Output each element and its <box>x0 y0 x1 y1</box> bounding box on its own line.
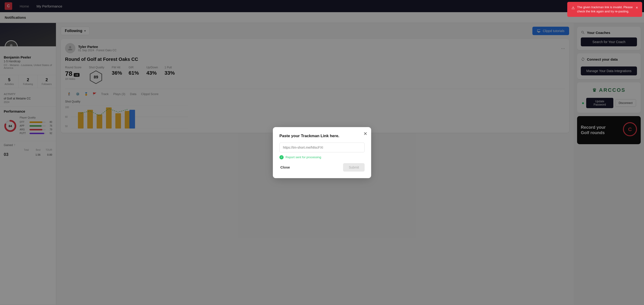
modal-title: Paste your Trackman Link here. <box>280 134 364 138</box>
modal-footer: Close Submit <box>280 163 364 172</box>
modal-success-text: Report sent for processing <box>286 156 321 159</box>
error-toast: ⚠ The given trackman link is invalid. Pl… <box>567 2 642 17</box>
toast-close-button[interactable]: × <box>636 5 638 10</box>
trackman-link-input[interactable] <box>280 142 364 152</box>
trackman-modal: ✕ Paste your Trackman Link here. ✓ Repor… <box>273 127 371 178</box>
modal-close-x-button[interactable]: ✕ <box>364 131 368 136</box>
modal-submit-button[interactable]: Submit <box>343 163 364 172</box>
toast-warning-icon: ⚠ <box>572 6 575 10</box>
modal-success-message: ✓ Report sent for processing <box>280 155 364 160</box>
success-checkmark-icon: ✓ <box>280 155 284 160</box>
toast-message: The given trackman link is invalid. Plea… <box>577 5 634 14</box>
modal-close-button[interactable]: Close <box>280 164 291 171</box>
modal-overlay[interactable]: ✕ Paste your Trackman Link here. ✓ Repor… <box>0 0 644 305</box>
